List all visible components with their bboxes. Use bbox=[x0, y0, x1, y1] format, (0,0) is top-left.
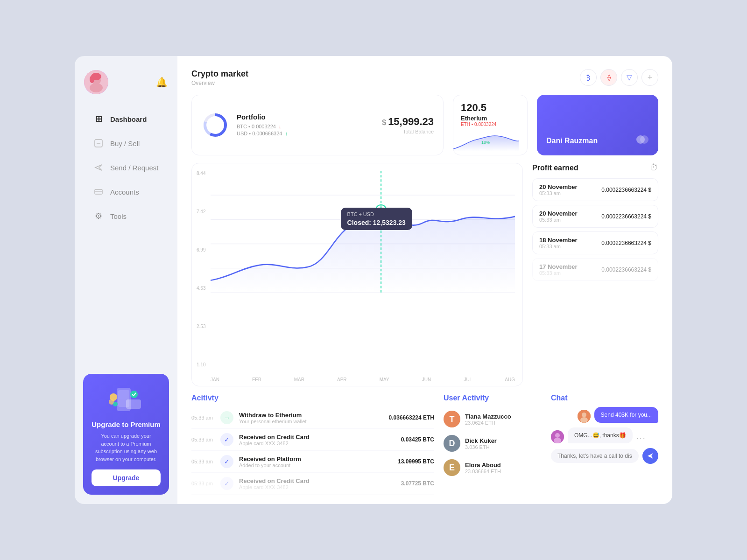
svg-point-29 bbox=[378, 207, 384, 213]
chat-section: Chat Send 40$K for you... bbox=[551, 394, 658, 495]
portfolio-coin1: BTC • 0.0003224 ↓ bbox=[237, 124, 374, 129]
sidebar-item-label: Buy / Sell bbox=[110, 140, 140, 147]
user-avatar-2: D bbox=[444, 435, 460, 452]
user-info-2: Dick Kuker 3.036 ETH bbox=[465, 437, 497, 450]
portfolio-title: Portfolio bbox=[237, 113, 374, 121]
svg-point-21 bbox=[640, 135, 648, 144]
svg-point-13 bbox=[113, 402, 118, 406]
vet-filter-button[interactable]: ▽ bbox=[621, 69, 638, 86]
main-header: Crypto market Overview ₿ ⟠ ▽ + bbox=[191, 69, 658, 86]
profit-section: Profit earned ⏱ 20 November 05:33 am 0.0… bbox=[532, 163, 658, 386]
portfolio-coin2: USD • 0.000666324 ↑ bbox=[237, 131, 374, 136]
act-info-2: Received on Credit Card Apple card XXX-3… bbox=[239, 434, 395, 446]
sidebar-item-accounts[interactable]: Accounts bbox=[84, 181, 168, 203]
sidebar-item-label: Send / Request bbox=[110, 164, 158, 172]
profit-amount-2: 0.0002236663224 $ bbox=[601, 213, 651, 220]
promo-description: You can upgrade your account to a Premiu… bbox=[92, 432, 161, 463]
svg-rect-7 bbox=[95, 189, 102, 194]
top-row: Portfolio BTC • 0.0003224 ↓ USD • 0.0006… bbox=[191, 95, 658, 155]
act-info-1: Withdraw to Etherium Your personal ether… bbox=[239, 412, 383, 424]
profit-date-1: 20 November 05:33 am bbox=[539, 183, 578, 196]
portfolio-card: Portfolio BTC • 0.0003224 ↓ USD • 0.0006… bbox=[191, 95, 444, 155]
activity-title: Acitivty bbox=[191, 394, 434, 402]
user-activity-title: User Activity bbox=[444, 394, 542, 402]
btc-filter-button[interactable]: ₿ bbox=[580, 69, 597, 86]
eth-mini-chart: 18% bbox=[453, 133, 519, 151]
sidebar: 🔔 ⊞ Dashboard Buy / Sell bbox=[75, 56, 177, 504]
notification-bell-icon[interactable]: 🔔 bbox=[155, 76, 168, 89]
chart-y-labels: 8.44 7.42 6.99 4.53 2.53 1.10 bbox=[197, 171, 205, 367]
activity-item-4: 05:33 pm ✓ Received on Credit Card Apple… bbox=[191, 473, 434, 495]
user-avatar-1: T bbox=[444, 411, 460, 427]
chat-send-button[interactable] bbox=[642, 448, 658, 464]
portfolio-balance: $15,999.23 Total Balance bbox=[382, 116, 434, 134]
bottom-row: Acitivty 05:33 am → Withdraw to Etherium… bbox=[191, 394, 658, 495]
coin2-arrow-up-icon: ↑ bbox=[285, 131, 288, 136]
activity-item-3: 05:33 am ✓ Received on Platform Added to… bbox=[191, 451, 434, 473]
act-info-3: Received on Platform Added to your accou… bbox=[239, 455, 392, 468]
act-icon-4: ✓ bbox=[220, 477, 233, 490]
profit-date-3: 18 November 05:33 am bbox=[539, 237, 578, 249]
act-icon-1: → bbox=[220, 411, 233, 424]
svg-point-4 bbox=[90, 76, 94, 83]
profit-amount-3: 0.0002236663224 $ bbox=[601, 240, 651, 246]
user-info-3: Elora Aboud 23.036664 ETH bbox=[465, 462, 501, 474]
act-info-4: Received on Credit Card Apple card XXX-3… bbox=[239, 477, 395, 490]
chat-message-2: OMG...😅, thanks🎁 ··· bbox=[551, 427, 658, 443]
profit-item-3: 18 November 05:33 am 0.0002236663224 $ bbox=[532, 231, 658, 254]
activity-section: Acitivty 05:33 am → Withdraw to Etherium… bbox=[191, 394, 434, 495]
svg-point-35 bbox=[555, 433, 560, 438]
credit-card: Dani Rauzman bbox=[537, 95, 658, 155]
activity-item-2: 05:33 am ✓ Received on Credit Card Apple… bbox=[191, 429, 434, 451]
crypto-market-title: Crypto market Overview bbox=[191, 69, 571, 86]
user-info-1: Tiana Mazzucco 23.0624 ETH bbox=[465, 413, 511, 426]
page-title: Crypto market bbox=[191, 69, 571, 79]
sidebar-item-tools[interactable]: ⚙ Tools bbox=[84, 205, 168, 227]
user-avatar-3: E bbox=[444, 459, 460, 476]
chart-x-labels: JAN FEB MAR APR MAY JUN JUL AUG bbox=[211, 377, 515, 382]
profit-date-2: 20 November 05:33 am bbox=[539, 210, 578, 223]
chat-avatar-2 bbox=[551, 430, 564, 443]
chat-messages: Send 40$K for you... bbox=[551, 407, 658, 443]
svg-rect-14 bbox=[126, 399, 141, 409]
activity-item-1: 05:33 am → Withdraw to Etherium Your per… bbox=[191, 407, 434, 429]
chat-title: Chat bbox=[551, 394, 658, 402]
add-coin-button[interactable]: + bbox=[641, 69, 658, 86]
chart-svg bbox=[211, 171, 515, 293]
user-item-3: E Elora Aboud 23.036664 ETH bbox=[444, 455, 542, 480]
svg-point-15 bbox=[130, 391, 138, 398]
buy-sell-icon bbox=[93, 138, 104, 148]
sidebar-item-label: Dashboard bbox=[110, 115, 147, 123]
chat-options-icon[interactable]: ··· bbox=[636, 434, 646, 443]
chat-avatar-1 bbox=[578, 410, 591, 423]
act-time-3: 05:33 am bbox=[191, 459, 215, 464]
eth-subtitle: ETH • 0.0003224 bbox=[461, 122, 520, 127]
chat-bubble-1: Send 40$K for you... bbox=[594, 407, 658, 423]
profit-date-4: 17 November 05:33 am bbox=[539, 263, 578, 276]
tools-icon: ⚙ bbox=[93, 211, 104, 221]
profit-item-4: 17 November 05:33 am 0.0002236663224 $ bbox=[532, 258, 658, 281]
upgrade-button[interactable]: Upgrade bbox=[92, 469, 161, 486]
act-amount-3: 13.09995 BTC bbox=[398, 458, 434, 465]
act-icon-3: ✓ bbox=[220, 455, 233, 468]
chat-input[interactable] bbox=[551, 449, 639, 463]
user-item-2: D Dick Kuker 3.036 ETH bbox=[444, 431, 542, 455]
history-icon[interactable]: ⏱ bbox=[650, 163, 658, 173]
main-content: Crypto market Overview ₿ ⟠ ▽ + Portfo bbox=[177, 56, 672, 504]
sidebar-item-buy-sell[interactable]: Buy / Sell bbox=[84, 133, 168, 154]
sidebar-item-label: Accounts bbox=[110, 188, 139, 196]
act-amount-4: 3.07725 BTC bbox=[401, 480, 434, 487]
send-icon bbox=[93, 162, 104, 173]
svg-point-33 bbox=[580, 417, 588, 423]
svg-point-2 bbox=[90, 83, 103, 92]
sidebar-item-send-request[interactable]: Send / Request bbox=[84, 157, 168, 178]
coin1-arrow-down-icon: ↓ bbox=[279, 124, 282, 129]
sidebar-item-dashboard[interactable]: ⊞ Dashboard bbox=[84, 108, 168, 130]
upgrade-promo-card: Upgrade to Premium You can upgrade your … bbox=[83, 374, 169, 495]
page-subtitle: Overview bbox=[191, 80, 571, 86]
promo-illustration bbox=[105, 383, 147, 416]
eth-filter-button[interactable]: ⟠ bbox=[600, 69, 617, 86]
act-time-4: 05:33 pm bbox=[191, 481, 215, 486]
user-avatar[interactable] bbox=[84, 70, 108, 94]
profit-amount-4: 0.0002236663224 $ bbox=[601, 266, 651, 273]
